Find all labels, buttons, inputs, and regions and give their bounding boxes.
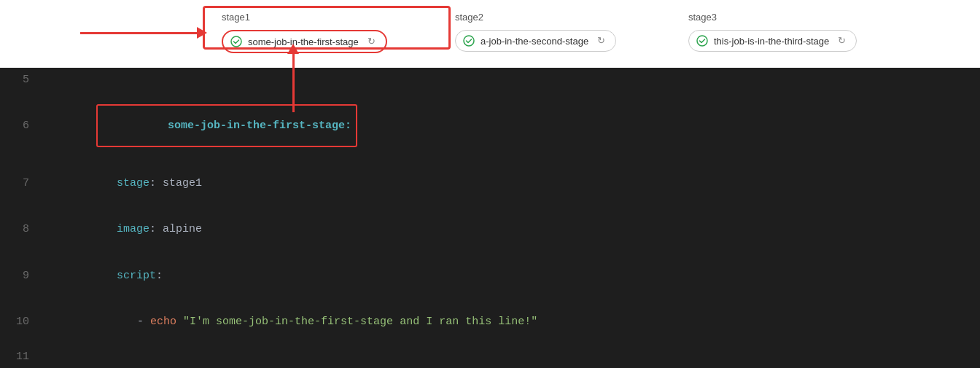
- job-pill-stage2[interactable]: a-job-in-the-second-stage ↻: [455, 30, 616, 52]
- svg-point-0: [231, 36, 241, 47]
- stage3-label: stage3: [688, 12, 717, 23]
- stage2-label: stage2: [455, 12, 483, 23]
- stage-column-2: stage2 a-job-in-the-second-stage ↻: [455, 12, 688, 52]
- arrow-up-annotation: [287, 44, 299, 112]
- stages-container: stage1 some-job-in-the-first-stage ↻ sta…: [222, 12, 962, 53]
- refresh-icon-stage1[interactable]: ↻: [368, 36, 376, 47]
- line-num-6: 6: [0, 120, 44, 132]
- code-editor: 5 6 some-job-in-the-first-stage: 7 stage…: [0, 68, 980, 368]
- refresh-icon-stage3[interactable]: ↻: [838, 35, 846, 47]
- line-num-8: 8: [0, 223, 44, 235]
- check-icon-stage1: [230, 36, 242, 47]
- job-name-stage2: a-job-in-the-second-stage: [481, 36, 588, 47]
- job-pill-stage1[interactable]: some-job-in-the-first-stage ↻: [222, 30, 387, 53]
- stage-column-1: stage1 some-job-in-the-first-stage ↻: [222, 12, 455, 53]
- stage1-label: stage1: [222, 12, 250, 23]
- code-line-11: 11: [0, 345, 980, 368]
- code-line-6: 6 some-job-in-the-first-stage:: [0, 91, 980, 160]
- code-line-10: 10 - echo "I'm some-job-in-the-first-sta…: [0, 299, 980, 345]
- job-name-stage3: this-job-is-in-the-third-stage: [714, 36, 829, 47]
- line-num-11: 11: [0, 351, 44, 363]
- refresh-icon-stage2[interactable]: ↻: [597, 35, 605, 47]
- line-num-5: 5: [0, 74, 44, 86]
- line-num-7: 7: [0, 177, 44, 189]
- line-num-9: 9: [0, 270, 44, 282]
- svg-point-1: [464, 36, 474, 46]
- svg-point-2: [697, 36, 707, 46]
- job-pill-stage3[interactable]: this-job-is-in-the-third-stage ↻: [688, 30, 857, 52]
- check-icon-stage2: [463, 35, 475, 47]
- line-content-10: - echo "I'm some-job-in-the-first-stage …: [44, 291, 980, 353]
- check-icon-stage3: [696, 35, 708, 47]
- pipeline-panel: stage1 some-job-in-the-first-stage ↻ sta…: [0, 0, 980, 68]
- job-name-stage1: some-job-in-the-first-stage: [248, 36, 359, 47]
- line-content-6: some-job-in-the-first-stage:: [44, 79, 980, 172]
- arrow-right-annotation: [80, 27, 207, 39]
- line-num-10: 10: [0, 316, 44, 328]
- stage-column-3: stage3 this-job-is-in-the-third-stage ↻: [688, 12, 922, 52]
